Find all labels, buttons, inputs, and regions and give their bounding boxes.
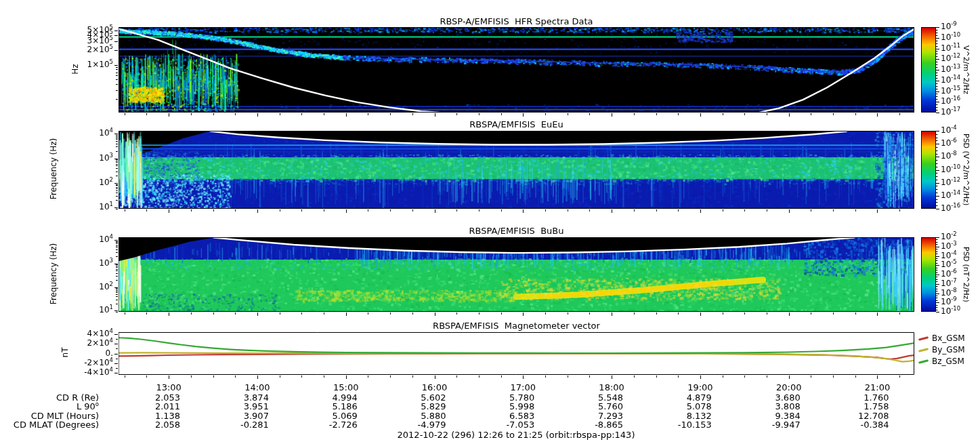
legend-swatch-bz: [918, 359, 929, 364]
colorbar-tick-label: 10-12: [941, 178, 960, 187]
panel-title-magnetometer: RBSPA/EMFISIS Magnetometer vector: [119, 321, 914, 331]
time-tick-label: 19:00: [673, 382, 727, 392]
bubu-spectrogram: [119, 237, 914, 312]
y-tick-label: 2×104: [52, 338, 113, 348]
y-tick-label: 2×105: [52, 45, 113, 54]
y-tick-label: 103: [52, 258, 113, 268]
y-tick-label: 101: [52, 305, 113, 315]
time-tick-label: 17:00: [496, 382, 550, 392]
table-row-label: L 90o: [3, 401, 99, 411]
time-tick-label: 14:00: [230, 382, 284, 392]
y-tick-label: 103: [52, 153, 113, 163]
legend-swatch-by: [918, 348, 929, 352]
panel-title-bubu: RBSPA/EMFISIS BuBu: [119, 226, 914, 236]
colorbar-bubu: [921, 237, 936, 312]
colorbar-tick-label: 10-14: [941, 190, 960, 200]
table-cell: -0.281: [213, 420, 269, 430]
colorbar-tick-label: 10-4: [941, 125, 957, 135]
time-tick-label: 16:00: [408, 382, 462, 392]
colorbar-tick-label: 10-10: [941, 165, 960, 174]
table-cell: -2.726: [301, 420, 358, 430]
table-cell: 5.760: [567, 401, 623, 411]
table-cell: 2.011: [124, 401, 180, 411]
table-cell: 1.758: [832, 401, 889, 411]
eueu-spectrogram: [119, 131, 914, 209]
colorbar-tick-label: 10-8: [941, 151, 957, 161]
colorbar-tick-label: 10-14: [941, 75, 960, 85]
colorbar-unit-bubu: PSD (nT^2/Hz): [960, 237, 971, 312]
colorbar-tick-label: 10-9: [941, 22, 957, 31]
table-cell: 3.951: [213, 401, 269, 411]
legend-label-bz: Bz_GSM: [932, 357, 964, 366]
time-tick-label: 13:00: [142, 382, 196, 392]
time-tick-label: 18:00: [584, 382, 639, 392]
table-cell: 3.808: [744, 401, 801, 411]
y-tick-label: -4×104: [52, 367, 113, 377]
colorbar-tick-label: 10-12: [941, 54, 960, 63]
legend-item-bx: Bx_GSM: [918, 333, 965, 343]
panel-title-eueu: RBSPA/EMFISIS EuEu: [119, 119, 914, 129]
colorbar-unit-hfr: V^2/m^2/Hz: [960, 27, 971, 113]
legend-label-bx: Bx_GSM: [932, 333, 965, 343]
table-cell: -7.053: [478, 420, 534, 430]
legend-item-by: By_GSM: [918, 345, 965, 354]
table-cell: 5.186: [301, 401, 358, 411]
colorbar-tick-label: 10-10: [941, 33, 960, 42]
table-row-label: CD MLAT (Degrees): [3, 420, 99, 430]
colorbar-tick-label: 10-16: [941, 203, 960, 213]
colorbar-tick-label: 10-11: [941, 43, 960, 53]
legend-item-bz: Bz_GSM: [918, 357, 964, 366]
colorbar-eueu: [921, 131, 936, 209]
y-tick-label: 102: [52, 178, 113, 187]
table-cell: 2.058: [124, 420, 180, 430]
table-cell: 5.998: [478, 401, 534, 411]
magnetometer-plot: [119, 332, 914, 375]
colorbar-hfr: [921, 27, 936, 113]
time-tick-label: 20:00: [762, 382, 816, 392]
rbsp-emfisis-plot-page: RBSP-A/EMFISIS HFR Spectra Data RBSPA/EM…: [0, 0, 980, 446]
y-tick-label: 1×105: [52, 60, 113, 69]
table-cell: -9.947: [744, 420, 801, 430]
y-tick-label: 4×104: [52, 329, 113, 338]
table-cell: -10.153: [656, 420, 712, 430]
table-cell: -4.979: [390, 420, 446, 430]
table-cell: -0.384: [832, 420, 889, 430]
y-tick-label: 104: [52, 128, 113, 138]
colorbar-tick-label: 10-13: [941, 64, 960, 74]
y-tick-label: 104: [52, 235, 113, 244]
y-tick-label: 101: [52, 202, 113, 211]
colorbar-tick-label: 10-6: [941, 138, 957, 148]
time-tick-label: 15:00: [319, 382, 373, 392]
table-cell: 5.829: [390, 401, 446, 411]
legend-swatch-bx: [918, 336, 929, 341]
colorbar-tick-label: 10-15: [941, 86, 960, 96]
panel-title-hfr: RBSP-A/EMFISIS HFR Spectra Data: [119, 16, 914, 26]
y-tick-label: 102: [52, 282, 113, 291]
colorbar-unit-eueu: PSD (V^2/m^2/Hz): [960, 131, 971, 209]
hfr-spectrogram: [119, 27, 914, 113]
table-cell: -8.865: [567, 420, 623, 430]
table-cell: 5.078: [656, 401, 712, 411]
time-tick-label: 21:00: [850, 382, 904, 392]
y-tick-label: -2×104: [52, 358, 113, 367]
y-tick-label: 0.: [52, 348, 113, 358]
colorbar-tick-label: 10-17: [941, 107, 960, 117]
time-range-footer: 2012-10-22 (296) 12:26 to 21:25 (orbit:r…: [279, 430, 753, 440]
legend-label-by: By_GSM: [932, 345, 965, 354]
colorbar-tick-label: 10-16: [941, 96, 960, 106]
colorbar-tick-label: 10-10: [941, 306, 960, 316]
